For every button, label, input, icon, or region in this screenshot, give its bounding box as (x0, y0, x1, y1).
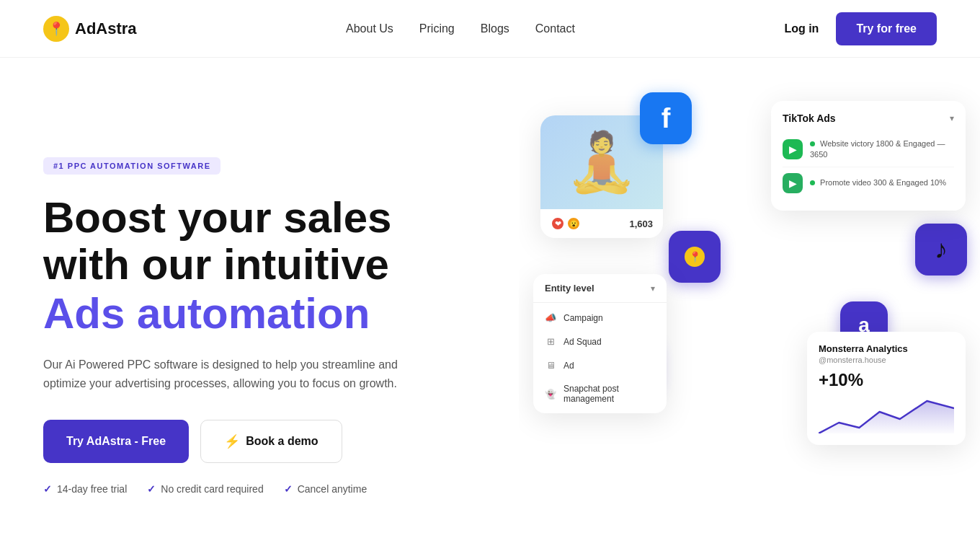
tiktok-ad-row-1: ▶ Website victory 1800 & Engaged — 3650 (783, 133, 954, 167)
analytics-value: +10% (819, 370, 954, 390)
analytics-handle: @monsterra.house (819, 356, 954, 364)
logo-text: AdAstra (75, 19, 137, 38)
nav-about[interactable]: About Us (346, 22, 393, 35)
hero-features: ✓ 14-day free trial ✓ No credit card req… (43, 483, 432, 495)
social-card-footer: ❤ 😮 1,603 (540, 209, 663, 238)
hero-left: #1 PPC AUTOMATION SOFTWARE Boost your sa… (43, 157, 432, 494)
check-icon-3: ✓ (284, 483, 293, 495)
nav-contact[interactable]: Contact (535, 22, 575, 35)
hero-description: Our Ai Powered PPC software is designed … (43, 356, 432, 394)
ad-icon: 🖥 (545, 360, 556, 371)
yoga-person-icon: 🧘 (566, 133, 638, 191)
entity-level-header: Entity level ▾ (533, 274, 667, 303)
logo-icon: 📍 (43, 16, 69, 42)
nav-blogs[interactable]: Blogs (481, 22, 509, 35)
logo-link[interactable]: 📍 AdAstra (43, 16, 137, 42)
snapchat-icon: 👻 (545, 389, 556, 400)
reaction-icons: ❤ 😮 (551, 216, 581, 231)
tiktok-ads-chevron-icon: ▾ (950, 113, 954, 123)
tiktok-ad-icon-1: ▶ (783, 139, 803, 159)
analytics-chart-svg (819, 397, 954, 433)
check-icon-2: ✓ (147, 483, 156, 495)
lightning-icon: ⚡ (224, 433, 240, 449)
tiktok-ads-card-header: TikTok Ads ▾ (783, 113, 954, 124)
login-button[interactable]: Log in (784, 22, 819, 35)
hero-title: Boost your sales with our intuitive Ads … (43, 195, 432, 338)
tiktok-ads-card: TikTok Ads ▾ ▶ Website victory 1800 & En… (771, 101, 966, 211)
analytics-card: Monsterra Analytics @monsterra.house +10… (807, 332, 966, 445)
try-adastra-button[interactable]: Try AdAstra - Free (43, 420, 189, 463)
check-icon-1: ✓ (43, 483, 52, 495)
hero-title-colored: Ads automation (43, 288, 432, 338)
nav-right: Log in Try for free (784, 12, 937, 45)
navbar: 📍 AdAstra About Us Pricing Blogs Contact… (0, 0, 980, 58)
tiktok-ad-icon-2: ▶ (783, 173, 803, 193)
reaction-count: 1,603 (629, 219, 653, 229)
campaign-icon: 📣 (545, 312, 556, 323)
hero-section: #1 PPC AUTOMATION SOFTWARE Boost your sa… (0, 58, 980, 551)
nav-pricing[interactable]: Pricing (419, 22, 455, 35)
entity-item-adsquad: ⊞ Ad Squad (533, 330, 667, 353)
hero-buttons: Try AdAstra - Free ⚡ Book a demo (43, 420, 432, 463)
wow-reaction: 😮 (566, 216, 581, 231)
entity-item-snapchat: 👻 Snapchat post management (533, 377, 667, 410)
adastra-platform-icon: 📍 (669, 231, 721, 283)
adsquad-icon: ⊞ (545, 336, 556, 347)
facebook-icon: f (640, 92, 692, 144)
feature-trial: ✓ 14-day free trial (43, 483, 127, 495)
love-reaction: ❤ (551, 216, 565, 231)
analytics-name: Monsterra Analytics (819, 343, 954, 354)
tiktok-ad-row-2: ▶ Promote video 300 & Engaged 10% (783, 167, 954, 199)
entity-level-label: Entity level (545, 283, 594, 294)
feature-cancel: ✓ Cancel anytime (284, 483, 368, 495)
tiktok-ad-status-1 (810, 139, 818, 148)
analytics-chart (819, 397, 954, 433)
entity-item-campaign: 📣 Campaign (533, 306, 667, 330)
entity-chevron-icon: ▾ (651, 283, 655, 294)
hero-right-illustrations: 🧘 ❤ 😮 1,603 f 📍 ♪ G (519, 58, 980, 551)
book-demo-button[interactable]: ⚡ Book a demo (200, 420, 342, 463)
feature-no-card: ✓ No credit card required (147, 483, 263, 495)
tiktok-platform-icon: ♪ (915, 224, 967, 276)
entity-level-card: Entity level ▾ 📣 Campaign ⊞ Ad Squad 🖥 A… (533, 274, 667, 413)
try-free-button[interactable]: Try for free (836, 12, 937, 45)
tiktok-ads-title: TikTok Ads (783, 113, 836, 124)
entity-items-list: 📣 Campaign ⊞ Ad Squad 🖥 Ad 👻 Snapchat po… (533, 303, 667, 413)
badge: #1 PPC AUTOMATION SOFTWARE (43, 157, 220, 175)
tiktok-ad-status-2 (810, 178, 818, 187)
nav-links: About Us Pricing Blogs Contact (346, 22, 575, 35)
svg-marker-0 (819, 401, 954, 433)
entity-item-ad: 🖥 Ad (533, 353, 667, 377)
